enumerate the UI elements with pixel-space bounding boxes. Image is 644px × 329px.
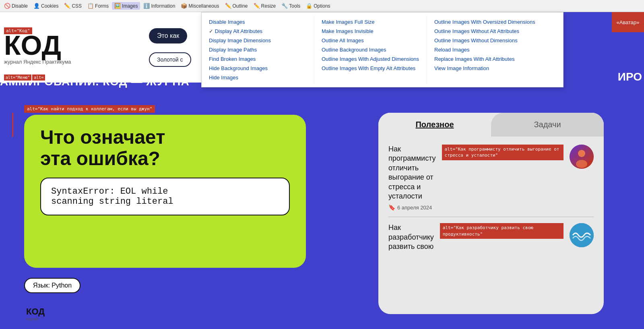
menu-make-images-full-size[interactable]: Make Images Full Size	[321, 17, 420, 27]
alt-menu-tags: alt="Меню" alt=	[4, 74, 45, 81]
bottom-logo-sub: журнал	[26, 317, 45, 321]
dropdown-col-2: Make Images Full Size Make Images Invisi…	[314, 16, 427, 84]
article-title-2[interactable]: Нак разработчику развить свою	[388, 223, 434, 251]
dropdown-col-1: Disable Images Display Alt Attributes Di…	[202, 16, 314, 84]
article-date-1: 🔖 6 апреля 2024	[388, 204, 436, 211]
article-title-1[interactable]: Нак программисту отличить выгорание от с…	[388, 145, 436, 201]
toolbar-resize[interactable]: ✏️ Resize	[251, 2, 279, 10]
cookies-icon: 👤	[33, 3, 40, 9]
menu-outline-without-dimensions[interactable]: Outline Images Without Dimensions	[433, 36, 536, 45]
menu-outline-all-images[interactable]: Outline All Images	[321, 36, 420, 45]
menu-outline-background-images[interactable]: Outline Background Images	[321, 45, 420, 54]
nav-button-zolotoi[interactable]: Золотой с	[149, 52, 191, 67]
toolbar-information[interactable]: ℹ️ Information	[141, 2, 178, 10]
menu-find-broken-images[interactable]: Find Broken Images	[208, 54, 308, 64]
article-card: alt="Как найти подход к коллегам, если в…	[24, 105, 306, 293]
menu-outline-adjusted-dimensions[interactable]: Outline Images With Adjusted Dimensions	[321, 54, 420, 64]
outline-icon: ✏️	[225, 3, 231, 9]
resize-icon: ✏️	[254, 3, 260, 9]
alt-tag-article-2: alt="Как разработчику развить свою проду…	[440, 223, 564, 239]
alt-tag-kod: alt="Код"	[4, 27, 32, 34]
miscellaneous-icon: 📦	[181, 3, 187, 9]
article-title: Что означает эта ошибка?	[40, 127, 290, 170]
panel-tabs: Полезное Задачи	[378, 113, 604, 137]
banner-right-text: ИРО	[618, 70, 644, 83]
site-header: alt="Код" КОД журнал Яндекс Практикума Э…	[0, 12, 201, 83]
tab-poleznoe[interactable]: Полезное	[378, 113, 491, 137]
article-alt-tag: alt="Как найти подход к коллегам, если в…	[24, 105, 155, 113]
code-text: SyntaxError: EOL while scanning string l…	[51, 186, 279, 207]
logo-kod: КОД	[4, 31, 71, 59]
css-icon: ✏️	[64, 3, 70, 9]
logo-subtitle: журнал Яндекс Практикума	[4, 59, 71, 65]
information-icon: ℹ️	[143, 3, 150, 9]
bookmark-icon: 🔖	[388, 204, 395, 211]
article-card-green: Что означает эта ошибка? SyntaxError: EO…	[24, 115, 306, 268]
menu-replace-with-alt[interactable]: Replace Images With Alt Attributes	[433, 54, 536, 64]
menu-display-image-dimensions[interactable]: Display Image Dimensions	[208, 36, 308, 45]
menu-make-images-invisible[interactable]: Make Images Invisible	[321, 27, 420, 36]
menu-outline-without-alt[interactable]: Outline Images Without Alt Attributes	[433, 27, 536, 36]
toolbar-disable[interactable]: 🚫 Disable	[2, 2, 30, 10]
toolbar-tools[interactable]: 🔧 Tools	[279, 2, 303, 10]
alt-tag-article-1: alt="Как программисту отличить выгорание…	[442, 145, 564, 160]
article-row: Нак программисту отличить выгорание от с…	[388, 145, 594, 217]
avatar-top-right: «Аватар»	[612, 12, 644, 32]
alt-tag-menu2: alt=	[32, 74, 45, 81]
menu-outline-oversized[interactable]: Outline Images With Oversized Dimensions	[433, 17, 536, 27]
nav-button-eto-kak[interactable]: Это как	[149, 28, 187, 43]
avatar-top-right-label: «Аватар»	[616, 19, 639, 25]
vertical-red-line	[12, 113, 13, 137]
toolbar-miscellaneous[interactable]: 📦 Miscellaneous	[178, 2, 221, 10]
menu-view-image-information[interactable]: View Image Information	[433, 64, 536, 73]
avatar-2	[570, 223, 594, 247]
menu-display-alt-attributes[interactable]: Display Alt Attributes	[208, 27, 308, 36]
logo-area: КОД журнал Яндекс Практикума	[4, 31, 71, 65]
svg-point-2	[576, 160, 587, 168]
language-pill: Язык: Python	[24, 278, 80, 293]
article-text-block-2: Нак разработчику развить свою	[388, 223, 434, 255]
menu-disable-images[interactable]: Disable Images	[208, 17, 308, 27]
bottom-logo-text: КОД	[26, 306, 45, 317]
disable-icon: 🚫	[4, 3, 10, 9]
menu-hide-images[interactable]: Hide Images	[208, 73, 308, 82]
menu-reload-images[interactable]: Reload Images	[433, 45, 536, 54]
dropdown-col-3: Outline Images With Oversized Dimensions…	[427, 16, 543, 84]
toolbar-css[interactable]: ✏️ CSS	[62, 2, 84, 10]
toolbar-forms[interactable]: 📋 Forms	[85, 2, 111, 10]
article-text-block-1: Нак программисту отличить выгорание от с…	[388, 145, 436, 211]
panel-content: Нак программисту отличить выгорание от с…	[378, 137, 604, 275]
tab-zadachi[interactable]: Задачи	[491, 113, 604, 137]
menu-display-image-paths[interactable]: Display Image Paths	[208, 45, 308, 54]
article-row-2: Нак разработчику развить свою alt="Как р…	[388, 223, 594, 261]
menu-hide-background-images[interactable]: Hide Background Images	[208, 64, 308, 73]
tools-icon: 🔧	[281, 3, 288, 9]
options-icon: 🔒	[306, 3, 312, 9]
toolbar-images[interactable]: 🖼️ Images	[112, 2, 140, 10]
bottom-logo: КОД журнал	[26, 306, 45, 321]
svg-point-1	[578, 150, 585, 157]
images-dropdown-menu: Disable Images Display Alt Attributes Di…	[201, 12, 564, 87]
right-panel: Полезное Задачи Нак программисту отличит…	[378, 113, 604, 314]
code-box: SyntaxError: EOL while scanning string l…	[40, 178, 290, 215]
alt-tag-menu: alt="Меню"	[4, 74, 31, 81]
toolbar-outline[interactable]: ✏️ Outline	[223, 2, 250, 10]
forms-icon: 📋	[87, 3, 94, 9]
toolbar: 🚫 Disable 👤 Cookies ✏️ CSS 📋 Forms 🖼️ Im…	[0, 0, 644, 12]
menu-outline-empty-alt[interactable]: Outline Images With Empty Alt Attributes	[321, 64, 420, 73]
images-icon: 🖼️	[114, 3, 121, 9]
avatar-1	[570, 145, 594, 169]
toolbar-cookies[interactable]: 👤 Cookies	[31, 2, 61, 10]
toolbar-options[interactable]: 🔒 Options	[303, 2, 332, 10]
